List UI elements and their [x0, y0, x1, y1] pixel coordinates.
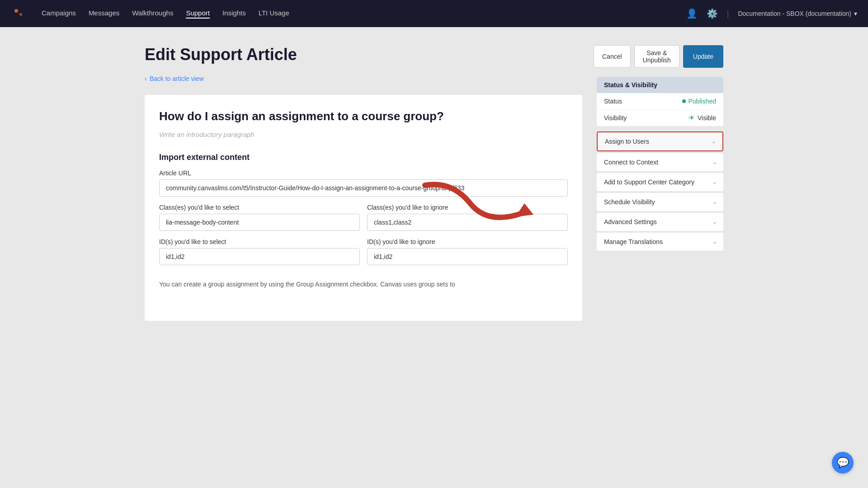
right-panel: Cancel Save & Unpublish Update Status & … [597, 45, 723, 321]
eye-icon: 👁 [689, 114, 695, 122]
accordion-assign-users-label: Assign to Users [605, 138, 649, 145]
back-to-article-link[interactable]: ‹ Back to article view [145, 75, 582, 82]
status-visibility-box: Status & Visibility Status Published Vis… [597, 77, 723, 126]
nav-messages[interactable]: Messages [89, 9, 119, 19]
ids-select-col: ID(s) you'd like to select [159, 238, 360, 272]
chevron-down-icon: ⌵ [713, 219, 716, 225]
import-section-heading: Import external content [159, 153, 568, 162]
accordion-manage-translations-label: Manage Translations [604, 238, 663, 245]
logo [11, 5, 27, 23]
ids-ignore-col: ID(s) you'd like to ignore [367, 238, 568, 272]
ids-ignore-input[interactable] [367, 248, 568, 265]
ids-select-input[interactable] [159, 248, 360, 265]
main-content: Edit Support Article ‹ Back to article v… [118, 27, 750, 339]
workspace-selector[interactable]: Documentation - SBOX (documentation) ▾ [738, 10, 857, 17]
article-editor: How do I assign an assignment to a cours… [145, 95, 582, 321]
accordion-advanced-settings[interactable]: Advanced Settings ⌵ [597, 213, 723, 231]
nav-right: 👤 ⚙️ | Documentation - SBOX (documentati… [686, 8, 857, 19]
classes-row: Class(es) you'd like to select Class(es)… [159, 204, 568, 238]
status-value: Published [682, 98, 717, 105]
status-label: Status [604, 98, 622, 105]
nav-insights[interactable]: Insights [222, 9, 246, 19]
accordion-assign-users-header[interactable]: Assign to Users ⌵ [598, 132, 722, 150]
chevron-down-icon: ▾ [854, 10, 857, 17]
ids-row: ID(s) you'd like to select ID(s) you'd l… [159, 238, 568, 272]
update-button[interactable]: Update [683, 45, 723, 68]
svg-point-2 [19, 13, 22, 16]
chevron-down-icon: ⌵ [713, 159, 716, 165]
nav-divider: | [727, 9, 729, 19]
svg-point-1 [14, 9, 18, 13]
status-dot [682, 99, 686, 103]
chevron-down-icon: ⌵ [713, 199, 716, 205]
page-title: Edit Support Article [145, 45, 582, 64]
accordion-advanced-settings-header[interactable]: Advanced Settings ⌵ [597, 213, 723, 231]
nav-campaigns[interactable]: Campaigns [42, 9, 76, 19]
settings-icon[interactable]: ⚙️ [707, 8, 718, 19]
classes-ignore-label: Class(es) you'd like to ignore [367, 204, 568, 211]
visibility-value: 👁 Visible [689, 114, 716, 122]
visibility-label: Visibility [604, 114, 627, 122]
ids-ignore-label: ID(s) you'd like to ignore [367, 238, 568, 245]
svg-point-0 [12, 5, 26, 20]
top-navigation: Campaigns Messages Walkthroughs Support … [0, 0, 868, 27]
bottom-text: You can create a group assignment by usi… [159, 280, 568, 289]
visibility-row: Visibility 👁 Visible [597, 110, 723, 126]
accordion-advanced-settings-label: Advanced Settings [604, 218, 657, 225]
accordion-support-center-header[interactable]: Add to Support Center Category ⌵ [597, 173, 723, 191]
accordion-support-center-label: Add to Support Center Category [604, 178, 694, 186]
accordion-schedule-visibility[interactable]: Schedule Visibility ⌵ [597, 193, 723, 211]
classes-select-label: Class(es) you'd like to select [159, 204, 360, 211]
chevron-down-icon: ⌵ [712, 138, 715, 145]
article-title: How do I assign an assignment to a cours… [159, 109, 568, 123]
article-url-input[interactable] [159, 179, 568, 197]
article-url-label: Article URL [159, 169, 568, 177]
chevron-down-icon: ⌵ [713, 239, 716, 245]
article-placeholder[interactable]: Write an introductory paragraph [159, 131, 568, 138]
accordion-connect-context-label: Connect to Context [604, 159, 658, 166]
nav-walkthroughs[interactable]: Walkthroughs [132, 9, 173, 19]
accordion-assign-users[interactable]: Assign to Users ⌵ [597, 131, 723, 151]
accordion-manage-translations-header[interactable]: Manage Translations ⌵ [597, 233, 723, 251]
status-row: Status Published [597, 93, 723, 110]
classes-ignore-col: Class(es) you'd like to ignore [367, 204, 568, 238]
chat-button[interactable]: 💬 [832, 452, 854, 474]
nav-lti-usage[interactable]: LTI Usage [259, 9, 289, 19]
accordion-support-center[interactable]: Add to Support Center Category ⌵ [597, 173, 723, 191]
chevron-down-icon: ⌵ [713, 179, 716, 185]
accordion-connect-context[interactable]: Connect to Context ⌵ [597, 153, 723, 171]
action-buttons: Cancel Save & Unpublish Update [597, 45, 723, 68]
classes-select-col: Class(es) you'd like to select [159, 204, 360, 238]
ids-select-label: ID(s) you'd like to select [159, 238, 360, 245]
left-panel: Edit Support Article ‹ Back to article v… [145, 45, 582, 321]
chat-icon: 💬 [837, 457, 849, 469]
classes-select-input[interactable] [159, 214, 360, 231]
accordion-manage-translations[interactable]: Manage Translations ⌵ [597, 233, 723, 251]
save-unpublish-button[interactable]: Save & Unpublish [634, 45, 679, 68]
accordion-schedule-visibility-header[interactable]: Schedule Visibility ⌵ [597, 193, 723, 211]
nav-support[interactable]: Support [186, 9, 210, 19]
user-icon[interactable]: 👤 [686, 8, 698, 19]
classes-ignore-input[interactable] [367, 214, 568, 231]
cancel-button[interactable]: Cancel [594, 45, 631, 68]
status-visibility-header: Status & Visibility [597, 77, 723, 93]
chevron-left-icon: ‹ [145, 75, 147, 82]
nav-links: Campaigns Messages Walkthroughs Support … [42, 9, 672, 19]
accordion-connect-context-header[interactable]: Connect to Context ⌵ [597, 153, 723, 171]
accordion-schedule-visibility-label: Schedule Visibility [604, 198, 655, 206]
